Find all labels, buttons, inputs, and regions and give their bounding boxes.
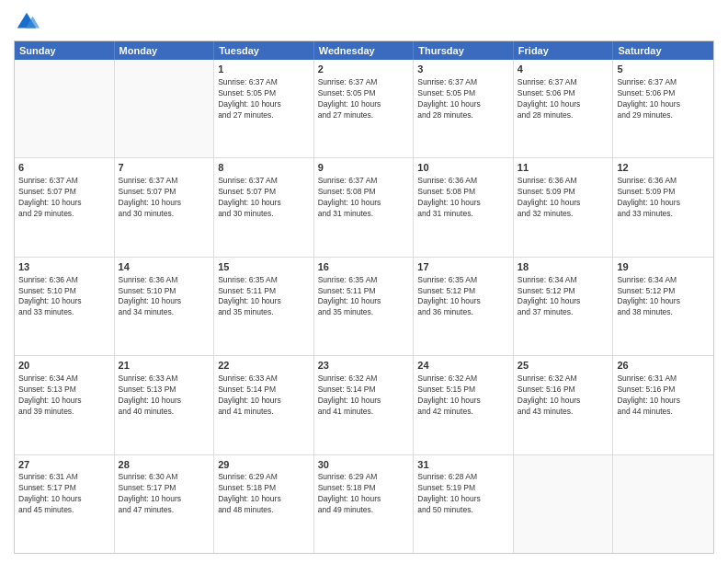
cal-day-10: 10Sunrise: 6:36 AM Sunset: 5:08 PM Dayli… bbox=[414, 158, 514, 256]
day-info: Sunrise: 6:37 AM Sunset: 5:06 PM Dayligh… bbox=[617, 77, 710, 121]
cal-day-11: 11Sunrise: 6:36 AM Sunset: 5:09 PM Dayli… bbox=[514, 158, 614, 256]
cal-week-3: 13Sunrise: 6:36 AM Sunset: 5:10 PM Dayli… bbox=[15, 258, 713, 356]
day-number: 1 bbox=[218, 63, 310, 76]
cal-day-4: 4Sunrise: 6:37 AM Sunset: 5:06 PM Daylig… bbox=[514, 60, 614, 157]
day-number: 20 bbox=[18, 359, 110, 373]
day-info: Sunrise: 6:37 AM Sunset: 5:07 PM Dayligh… bbox=[218, 176, 310, 220]
day-number: 6 bbox=[18, 161, 110, 175]
cal-day-1: 1Sunrise: 6:37 AM Sunset: 5:05 PM Daylig… bbox=[214, 60, 314, 157]
day-info: Sunrise: 6:32 AM Sunset: 5:14 PM Dayligh… bbox=[318, 373, 410, 418]
day-info: Sunrise: 6:33 AM Sunset: 5:13 PM Dayligh… bbox=[119, 373, 210, 418]
day-number: 7 bbox=[119, 161, 210, 175]
day-number: 23 bbox=[318, 359, 410, 373]
day-number: 31 bbox=[417, 458, 509, 472]
day-info: Sunrise: 6:36 AM Sunset: 5:10 PM Dayligh… bbox=[18, 275, 110, 319]
cal-day-7: 7Sunrise: 6:37 AM Sunset: 5:07 PM Daylig… bbox=[115, 158, 215, 256]
day-number: 25 bbox=[518, 359, 609, 373]
day-info: Sunrise: 6:29 AM Sunset: 5:18 PM Dayligh… bbox=[218, 472, 310, 516]
cal-day-empty bbox=[514, 455, 614, 553]
day-number: 5 bbox=[617, 63, 710, 76]
cal-day-21: 21Sunrise: 6:33 AM Sunset: 5:13 PM Dayli… bbox=[115, 356, 215, 454]
cal-day-13: 13Sunrise: 6:36 AM Sunset: 5:10 PM Dayli… bbox=[15, 258, 115, 355]
header bbox=[14, 9, 714, 35]
cal-day-14: 14Sunrise: 6:36 AM Sunset: 5:10 PM Dayli… bbox=[115, 258, 215, 355]
day-info: Sunrise: 6:37 AM Sunset: 5:05 PM Dayligh… bbox=[218, 77, 310, 121]
calendar-header-row: SundayMondayTuesdayWednesdayThursdayFrid… bbox=[15, 41, 713, 60]
day-info: Sunrise: 6:35 AM Sunset: 5:11 PM Dayligh… bbox=[318, 275, 410, 319]
day-info: Sunrise: 6:37 AM Sunset: 5:08 PM Dayligh… bbox=[318, 176, 410, 220]
cal-day-3: 3Sunrise: 6:37 AM Sunset: 5:05 PM Daylig… bbox=[414, 60, 514, 157]
day-info: Sunrise: 6:31 AM Sunset: 5:17 PM Dayligh… bbox=[18, 472, 110, 516]
day-info: Sunrise: 6:37 AM Sunset: 5:06 PM Dayligh… bbox=[518, 77, 609, 121]
day-info: Sunrise: 6:36 AM Sunset: 5:09 PM Dayligh… bbox=[617, 176, 710, 220]
day-number: 11 bbox=[518, 161, 609, 175]
cal-day-6: 6Sunrise: 6:37 AM Sunset: 5:07 PM Daylig… bbox=[15, 158, 115, 256]
day-number: 16 bbox=[318, 260, 410, 274]
day-info: Sunrise: 6:31 AM Sunset: 5:16 PM Dayligh… bbox=[617, 373, 710, 418]
cal-header-tuesday: Tuesday bbox=[214, 41, 314, 60]
day-number: 10 bbox=[417, 161, 509, 175]
cal-week-4: 20Sunrise: 6:34 AM Sunset: 5:13 PM Dayli… bbox=[15, 356, 713, 454]
cal-day-15: 15Sunrise: 6:35 AM Sunset: 5:11 PM Dayli… bbox=[214, 258, 314, 355]
cal-day-20: 20Sunrise: 6:34 AM Sunset: 5:13 PM Dayli… bbox=[15, 356, 115, 454]
cal-day-24: 24Sunrise: 6:32 AM Sunset: 5:15 PM Dayli… bbox=[414, 356, 514, 454]
day-number: 29 bbox=[218, 458, 310, 472]
cal-header-friday: Friday bbox=[514, 41, 614, 60]
cal-day-31: 31Sunrise: 6:28 AM Sunset: 5:19 PM Dayli… bbox=[414, 455, 514, 553]
cal-header-monday: Monday bbox=[115, 41, 215, 60]
cal-week-2: 6Sunrise: 6:37 AM Sunset: 5:07 PM Daylig… bbox=[15, 158, 713, 257]
cal-day-5: 5Sunrise: 6:37 AM Sunset: 5:06 PM Daylig… bbox=[613, 60, 713, 157]
day-info: Sunrise: 6:37 AM Sunset: 5:07 PM Dayligh… bbox=[119, 176, 210, 220]
cal-day-29: 29Sunrise: 6:29 AM Sunset: 5:18 PM Dayli… bbox=[214, 455, 314, 553]
day-number: 13 bbox=[18, 260, 110, 274]
day-number: 14 bbox=[119, 260, 210, 274]
day-number: 26 bbox=[617, 359, 710, 373]
day-info: Sunrise: 6:29 AM Sunset: 5:18 PM Dayligh… bbox=[318, 472, 410, 516]
cal-day-empty bbox=[115, 60, 215, 157]
cal-day-9: 9Sunrise: 6:37 AM Sunset: 5:08 PM Daylig… bbox=[314, 158, 415, 256]
day-number: 8 bbox=[218, 161, 310, 175]
day-number: 22 bbox=[218, 359, 310, 373]
cal-day-25: 25Sunrise: 6:32 AM Sunset: 5:16 PM Dayli… bbox=[514, 356, 614, 454]
cal-day-22: 22Sunrise: 6:33 AM Sunset: 5:14 PM Dayli… bbox=[214, 356, 314, 454]
day-number: 4 bbox=[518, 63, 609, 76]
day-number: 9 bbox=[318, 161, 410, 175]
day-info: Sunrise: 6:34 AM Sunset: 5:12 PM Dayligh… bbox=[617, 275, 710, 319]
day-info: Sunrise: 6:35 AM Sunset: 5:11 PM Dayligh… bbox=[218, 275, 310, 319]
day-info: Sunrise: 6:33 AM Sunset: 5:14 PM Dayligh… bbox=[218, 373, 310, 418]
cal-header-wednesday: Wednesday bbox=[314, 41, 415, 60]
cal-day-2: 2Sunrise: 6:37 AM Sunset: 5:05 PM Daylig… bbox=[314, 60, 415, 157]
day-number: 12 bbox=[617, 161, 710, 175]
cal-day-28: 28Sunrise: 6:30 AM Sunset: 5:17 PM Dayli… bbox=[115, 455, 215, 553]
cal-day-16: 16Sunrise: 6:35 AM Sunset: 5:11 PM Dayli… bbox=[314, 258, 415, 355]
cal-day-12: 12Sunrise: 6:36 AM Sunset: 5:09 PM Dayli… bbox=[613, 158, 713, 256]
day-info: Sunrise: 6:37 AM Sunset: 5:05 PM Dayligh… bbox=[318, 77, 410, 121]
day-info: Sunrise: 6:37 AM Sunset: 5:07 PM Dayligh… bbox=[18, 176, 110, 220]
cal-header-saturday: Saturday bbox=[613, 41, 713, 60]
calendar-body: 1Sunrise: 6:37 AM Sunset: 5:05 PM Daylig… bbox=[15, 60, 713, 553]
cal-day-empty bbox=[15, 60, 115, 157]
day-info: Sunrise: 6:30 AM Sunset: 5:17 PM Dayligh… bbox=[119, 472, 210, 516]
page: SundayMondayTuesdayWednesdayThursdayFrid… bbox=[0, 0, 728, 563]
cal-day-26: 26Sunrise: 6:31 AM Sunset: 5:16 PM Dayli… bbox=[613, 356, 713, 454]
cal-day-18: 18Sunrise: 6:34 AM Sunset: 5:12 PM Dayli… bbox=[514, 258, 614, 355]
day-number: 27 bbox=[18, 458, 110, 472]
day-info: Sunrise: 6:37 AM Sunset: 5:05 PM Dayligh… bbox=[417, 77, 509, 121]
cal-week-5: 27Sunrise: 6:31 AM Sunset: 5:17 PM Dayli… bbox=[15, 455, 713, 553]
day-number: 28 bbox=[119, 458, 210, 472]
day-info: Sunrise: 6:28 AM Sunset: 5:19 PM Dayligh… bbox=[417, 472, 509, 516]
day-number: 3 bbox=[417, 63, 509, 76]
day-info: Sunrise: 6:32 AM Sunset: 5:16 PM Dayligh… bbox=[518, 373, 609, 418]
cal-day-17: 17Sunrise: 6:35 AM Sunset: 5:12 PM Dayli… bbox=[414, 258, 514, 355]
cal-header-sunday: Sunday bbox=[15, 41, 115, 60]
day-number: 2 bbox=[318, 63, 410, 76]
cal-day-23: 23Sunrise: 6:32 AM Sunset: 5:14 PM Dayli… bbox=[314, 356, 415, 454]
cal-day-30: 30Sunrise: 6:29 AM Sunset: 5:18 PM Dayli… bbox=[314, 455, 415, 553]
cal-day-27: 27Sunrise: 6:31 AM Sunset: 5:17 PM Dayli… bbox=[15, 455, 115, 553]
day-number: 19 bbox=[617, 260, 710, 274]
day-info: Sunrise: 6:36 AM Sunset: 5:08 PM Dayligh… bbox=[417, 176, 509, 220]
day-info: Sunrise: 6:36 AM Sunset: 5:10 PM Dayligh… bbox=[119, 275, 210, 319]
day-number: 18 bbox=[518, 260, 609, 274]
day-number: 21 bbox=[119, 359, 210, 373]
day-number: 15 bbox=[218, 260, 310, 274]
